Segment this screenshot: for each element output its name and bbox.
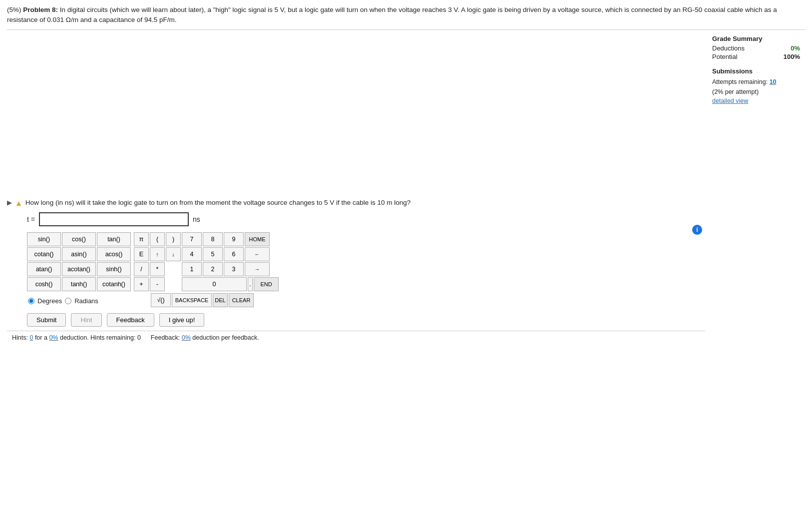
potential-row: Potential 100% — [712, 53, 800, 60]
five-button[interactable]: 5 — [203, 247, 223, 261]
hints-for-label: for a — [35, 334, 49, 341]
acos-button[interactable]: acos() — [97, 247, 131, 261]
close-paren-button[interactable]: ) — [166, 232, 181, 246]
potential-value: 100% — [784, 53, 800, 60]
backspace-button[interactable]: BACKSPACE — [172, 293, 212, 307]
feedback-section: Feedback: 0% deduction per feedback. — [151, 334, 259, 341]
info-icon[interactable]: i — [692, 225, 702, 235]
eight-button[interactable]: 8 — [203, 232, 223, 246]
hints-deduction-label: deduction. Hints remaining: — [60, 334, 135, 341]
atan-button[interactable]: atan() — [27, 262, 61, 276]
acotan-button[interactable]: acotan() — [62, 262, 96, 276]
seven-button[interactable]: 7 — [182, 232, 202, 246]
right-panel: Grade Summary Deductions 0% Potential 10… — [705, 30, 805, 430]
e-button[interactable]: E — [134, 247, 149, 261]
hints-deduction-link[interactable]: 0% — [49, 334, 58, 341]
sqrt-button[interactable]: √() — [151, 293, 171, 307]
down-arrow-button[interactable]: ↓ — [166, 247, 181, 261]
cos-button[interactable]: cos() — [62, 232, 96, 246]
hints-section: Hints: 0 for a 0% deduction. Hints remai… — [12, 334, 141, 341]
detailed-view-link[interactable]: detailed view — [712, 97, 748, 104]
attempts-value[interactable]: 10 — [770, 78, 777, 85]
deductions-value: 0% — [791, 44, 800, 52]
play-icon[interactable]: ▶ — [7, 199, 12, 206]
attempts-row: Attempts remaining: 10 — [712, 77, 800, 87]
feedback-deduction-label: deduction per feedback. — [192, 334, 259, 341]
pi-button[interactable]: π — [134, 232, 149, 246]
left-arrow-button[interactable]: ← — [245, 247, 270, 261]
blank-space — [7, 35, 705, 195]
warning-icon: ▲ — [15, 199, 22, 207]
four-button[interactable]: 4 — [182, 247, 202, 261]
hints-remaining: 0 — [137, 334, 141, 341]
give-up-button[interactable]: I give up! — [159, 313, 205, 327]
problem-text: (5%) Problem 8: In digital circuits (whi… — [7, 5, 805, 30]
action-row: Submit Hint Feedback I give up! — [27, 313, 705, 327]
grade-summary: Grade Summary Deductions 0% Potential 10… — [712, 35, 800, 60]
per-attempt-label: (2% per attempt) — [712, 87, 800, 97]
open-paren-button[interactable]: ( — [150, 232, 165, 246]
tan-button[interactable]: tan() — [97, 232, 131, 246]
radians-label: Radians — [74, 297, 98, 305]
nine-button[interactable]: 9 — [224, 232, 244, 246]
six-button[interactable]: 6 — [224, 247, 244, 261]
multiply-button[interactable]: * — [150, 262, 165, 276]
hints-label: Hints: — [12, 334, 29, 341]
degrees-row: Degrees Radians — [28, 297, 132, 305]
answer-unit: ns — [193, 215, 200, 223]
sin-button[interactable]: sin() — [27, 232, 61, 246]
submit-button[interactable]: Submit — [27, 313, 66, 327]
feedback-button[interactable]: Feedback — [107, 313, 154, 327]
left-panel: i ▶ ▲ How long (in ns) will it take the … — [7, 30, 705, 430]
sinh-button[interactable]: sinh() — [97, 262, 131, 276]
dot-button[interactable]: . — [248, 277, 253, 291]
deductions-label: Deductions — [712, 44, 745, 52]
hints-bar: Hints: 0 for a 0% deduction. Hints remai… — [7, 331, 705, 344]
main-container: (5%) Problem 8: In digital circuits (whi… — [0, 0, 812, 510]
potential-label: Potential — [712, 53, 738, 60]
problem-label: Problem 8: — [23, 6, 58, 13]
content-area: i ▶ ▲ How long (in ns) will it take the … — [7, 30, 805, 430]
feedback-deduction-link[interactable]: 0% — [182, 334, 191, 341]
problem-percent: (5%) — [7, 6, 21, 13]
attempts-label: Attempts remaining: — [712, 78, 768, 85]
problem-description: In digital circuits (which we will learn… — [7, 6, 777, 23]
up-arrow-button[interactable]: ↑ — [150, 247, 165, 261]
del-button[interactable]: DEL — [213, 293, 228, 307]
submissions-section: Submissions Attempts remaining: 10 (2% p… — [712, 67, 800, 104]
hints-count-link[interactable]: 0 — [29, 334, 33, 341]
cosh-button[interactable]: cosh() — [27, 277, 61, 291]
one-button[interactable]: 1 — [182, 262, 202, 276]
answer-input[interactable] — [39, 212, 189, 226]
calc-grid: sin() cos() tan() π ( ) 7 8 9 — [27, 232, 705, 307]
asin-button[interactable]: asin() — [62, 247, 96, 261]
question-row: ▶ ▲ How long (in ns) will it take the lo… — [7, 199, 705, 207]
radians-radio[interactable] — [65, 298, 71, 304]
cotan-button[interactable]: cotan() — [27, 247, 61, 261]
degrees-radio[interactable] — [28, 298, 34, 304]
minus-button[interactable]: - — [150, 277, 165, 291]
degrees-label: Degrees — [37, 297, 62, 305]
calculator: sin() cos() tan() π ( ) 7 8 9 — [27, 232, 705, 307]
right-arrow-button[interactable]: → — [245, 262, 270, 276]
tanh-button[interactable]: tanh() — [62, 277, 96, 291]
clear-button[interactable]: CLEAR — [229, 293, 254, 307]
answer-row: t = ns — [27, 212, 705, 226]
cotanh-button[interactable]: cotanh() — [97, 277, 131, 291]
three-button[interactable]: 3 — [224, 262, 244, 276]
grade-summary-title: Grade Summary — [712, 35, 800, 42]
home-button[interactable]: HOME — [245, 232, 270, 246]
feedback-label: Feedback: — [151, 334, 180, 341]
end-button[interactable]: END — [254, 277, 279, 291]
question-text: How long (in ns) will it take the logic … — [25, 199, 410, 206]
answer-label: t = — [27, 215, 35, 223]
divide-button[interactable]: / — [134, 262, 149, 276]
func-buttons: sin() cos() tan() π ( ) 7 8 9 — [27, 232, 279, 307]
deductions-row: Deductions 0% — [712, 44, 800, 52]
plus-button[interactable]: + — [134, 277, 149, 291]
submissions-title: Submissions — [712, 67, 800, 75]
two-button[interactable]: 2 — [203, 262, 223, 276]
zero-button[interactable]: 0 — [182, 277, 247, 291]
hint-button[interactable]: Hint — [71, 313, 101, 327]
